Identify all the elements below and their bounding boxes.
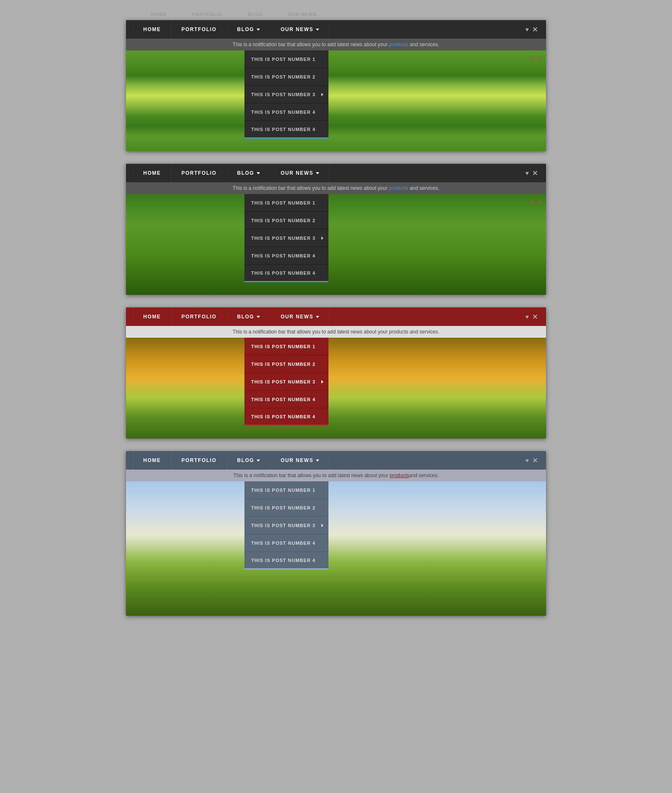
close-icon-2[interactable]: ✕	[532, 169, 538, 177]
nav-news-3[interactable]: OUR NEWS	[270, 307, 330, 326]
dropdown-2: THIS IS POST NUMBER 1 THIS IS POST NUMBE…	[244, 194, 328, 282]
notif-bar-1: This is a notification bar that allows y…	[126, 39, 546, 50]
dropdown-item-4-1[interactable]: THIS IS POST NUMBER 1	[244, 481, 328, 499]
outer-nav-blog: BLOG	[248, 12, 263, 17]
sub-arrow-2-3	[321, 236, 323, 240]
nav-controls-2: ♥ ✕	[525, 169, 539, 177]
demo-widget-3: HOME PORTFOLIO BLOG OUR NEWS ♥ ✕ This is…	[126, 307, 546, 439]
dropdown-item-2-2[interactable]: THIS IS POST NUMBER 2	[244, 212, 328, 229]
sub-arrow-1-3	[321, 93, 323, 96]
nav-controls-4: ♥ ✕	[525, 457, 539, 465]
nav-blog-1[interactable]: BLOG	[227, 20, 271, 39]
dropdown-item-3-2[interactable]: THIS IS POST NUMBER 2	[244, 355, 328, 373]
outer-nav-portfolio: PORTFOLIO	[192, 12, 223, 17]
dropdown-item-2-4[interactable]: THIS IS POST NUMBER 4	[244, 247, 328, 265]
nav-portfolio-1[interactable]: PORTFOLIO	[171, 20, 227, 39]
dropdown-item-3-3[interactable]: THIS IS POST NUMBER 3	[244, 373, 328, 391]
nav-home-2[interactable]: HOME	[133, 164, 171, 182]
nav-controls-3: ♥ ✕	[525, 313, 539, 321]
close-icon-4[interactable]: ✕	[532, 457, 538, 465]
dropdown-item-4-3[interactable]: THIS IS POST NUMBER 3	[244, 517, 328, 534]
hero-3: THIS IS POST NUMBER 1 THIS IS POST NUMBE…	[126, 338, 546, 439]
notif-link-2[interactable]: products	[389, 185, 408, 191]
dropdown-3: THIS IS POST NUMBER 1 THIS IS POST NUMBE…	[244, 338, 328, 426]
dropdown-item-4-5[interactable]: THIS IS POST NUMBER 4	[244, 552, 328, 570]
sub-arrow-3-3	[321, 380, 323, 383]
demo-widget-1: HOME PORTFOLIO BLOG OUR NEWS ♥ ✕ This is…	[126, 20, 546, 151]
nav-home-1[interactable]: HOME	[133, 20, 171, 39]
nav-news-1[interactable]: OUR NEWS	[270, 20, 330, 39]
navbar-1: HOME PORTFOLIO BLOG OUR NEWS ♥ ✕	[126, 20, 546, 39]
close-icon-3[interactable]: ✕	[532, 313, 538, 321]
blog-chevron-4	[257, 460, 260, 462]
notif-bar-3: This is a notification bar that allows y…	[126, 326, 546, 338]
blog-chevron-3	[257, 316, 260, 318]
dropdown-item-1-3[interactable]: THIS IS POST NUMBER 3	[244, 86, 328, 103]
notif-text-1: This is a notification bar that allows y…	[233, 42, 439, 47]
dropdown-item-1-4[interactable]: THIS IS POST NUMBER 4	[244, 103, 328, 121]
heart-icon-1[interactable]: ♥	[525, 26, 529, 33]
dropdown-item-3-4[interactable]: THIS IS POST NUMBER 4	[244, 391, 328, 408]
news-chevron-3	[316, 316, 319, 318]
news-chevron-1	[316, 29, 319, 31]
notif-bar-2: This is a notification bar that allows y…	[126, 182, 546, 194]
demo-widget-2: HOME PORTFOLIO BLOG OUR NEWS ♥ ✕ This is…	[126, 164, 546, 295]
dropdown-item-1-1[interactable]: THIS IS POST NUMBER 1	[244, 50, 328, 68]
heart-icon-3[interactable]: ♥	[525, 313, 529, 320]
heart-icon-4[interactable]: ♥	[525, 457, 529, 464]
notif-link-4[interactable]: products	[390, 473, 409, 478]
notif-text-3: This is a notification bar that allows y…	[233, 329, 439, 335]
outer-nav-home: HOME	[151, 12, 167, 17]
notif-bar-4: This is a notification bar that allows y…	[126, 470, 546, 481]
navbar-3: HOME PORTFOLIO BLOG OUR NEWS ♥ ✕	[126, 307, 546, 326]
nav-blog-3[interactable]: BLOG	[227, 307, 271, 326]
dropdown-item-2-5[interactable]: THIS IS POST NUMBER 4	[244, 265, 328, 282]
demo-widget-4: HOME PORTFOLIO BLOG OUR NEWS ♥ ✕ This is…	[126, 451, 546, 616]
blog-chevron-1	[257, 29, 260, 31]
notif-link-1[interactable]: products	[389, 42, 408, 47]
dropdown-item-3-5[interactable]: THIS IS POST NUMBER 4	[244, 408, 328, 426]
dropdown-item-1-2[interactable]: THIS IS POST NUMBER 2	[244, 68, 328, 86]
nav-home-3[interactable]: HOME	[133, 307, 171, 326]
heart-overlay-1: ♥ ♥	[531, 55, 542, 63]
hero-1: THIS IS POST NUMBER 1 THIS IS POST NUMBE…	[126, 50, 546, 151]
outer-nav: HOME PORTFOLIO BLOG OUR NEWS	[126, 8, 546, 20]
news-chevron-4	[316, 460, 319, 462]
navbar-4: HOME PORTFOLIO BLOG OUR NEWS ♥ ✕	[126, 451, 546, 470]
nav-news-2[interactable]: OUR NEWS	[270, 164, 330, 182]
heart-icon-2[interactable]: ♥	[525, 170, 529, 176]
dropdown-item-4-4[interactable]: THIS IS POST NUMBER 4	[244, 534, 328, 552]
sub-arrow-4-3	[321, 524, 323, 527]
notif-text-4: This is a notification bar that allows y…	[234, 473, 439, 478]
close-icon-1[interactable]: ✕	[532, 26, 538, 34]
nav-controls-1: ♥ ✕	[525, 26, 539, 34]
dropdown-1: THIS IS POST NUMBER 1 THIS IS POST NUMBE…	[244, 50, 328, 139]
dropdown-4: THIS IS POST NUMBER 1 THIS IS POST NUMBE…	[244, 481, 328, 570]
nav-portfolio-2[interactable]: PORTFOLIO	[171, 164, 227, 182]
dropdown-item-2-1[interactable]: THIS IS POST NUMBER 1	[244, 194, 328, 212]
dropdown-item-1-5[interactable]: THIS IS POST NUMBER 4	[244, 121, 328, 139]
notif-text-2: This is a notification bar that allows y…	[233, 185, 439, 191]
nav-blog-4[interactable]: BLOG	[227, 451, 271, 470]
blog-chevron-2	[257, 172, 260, 174]
dropdown-item-2-3[interactable]: THIS IS POST NUMBER 3	[244, 229, 328, 247]
nav-home-4[interactable]: HOME	[133, 451, 171, 470]
news-chevron-2	[316, 172, 319, 174]
navbar-2: HOME PORTFOLIO BLOG OUR NEWS ♥ ✕	[126, 164, 546, 182]
hero-2: THIS IS POST NUMBER 1 THIS IS POST NUMBE…	[126, 194, 546, 295]
heart-overlay-2: ♥ ♥	[531, 198, 542, 207]
hero-4: THIS IS POST NUMBER 1 THIS IS POST NUMBE…	[126, 481, 546, 616]
outer-nav-news: OUR NEWS	[288, 12, 317, 17]
nav-blog-2[interactable]: BLOG	[227, 164, 271, 182]
dropdown-item-3-1[interactable]: THIS IS POST NUMBER 1	[244, 338, 328, 355]
nav-portfolio-4[interactable]: PORTFOLIO	[171, 451, 227, 470]
dropdown-item-4-2[interactable]: THIS IS POST NUMBER 2	[244, 499, 328, 517]
nav-news-4[interactable]: OUR NEWS	[270, 451, 330, 470]
nav-portfolio-3[interactable]: PORTFOLIO	[171, 307, 227, 326]
